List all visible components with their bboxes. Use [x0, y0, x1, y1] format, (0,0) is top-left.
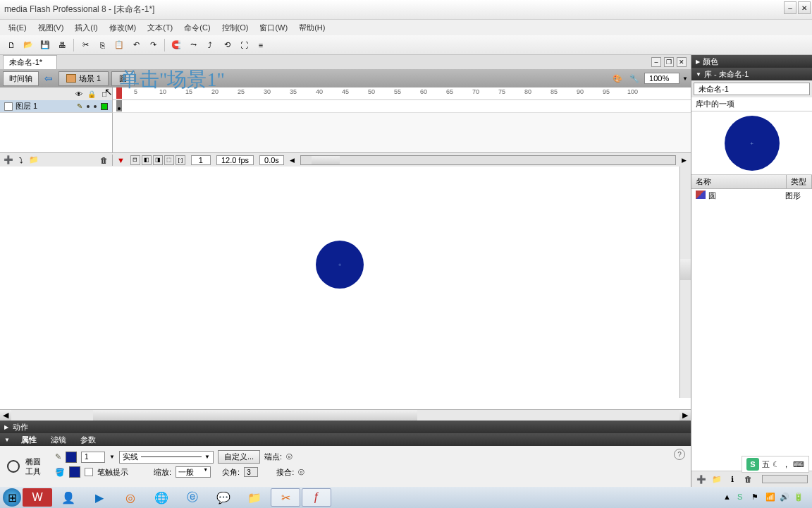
smooth-icon[interactable]: ⤳	[185, 37, 201, 53]
lock-dot[interactable]	[94, 105, 97, 108]
tab-filters[interactable]: 滤镜	[48, 435, 69, 445]
tray-battery-icon[interactable]: 🔋	[794, 492, 804, 502]
copy-icon[interactable]: ⎘	[94, 37, 110, 53]
add-folder-icon[interactable]: 📁	[28, 155, 39, 166]
outline-color-icon[interactable]	[101, 103, 108, 110]
stroke-width-dropdown-icon[interactable]: ▼	[109, 454, 115, 460]
new-icon[interactable]: 🗋	[4, 37, 19, 53]
scene-button[interactable]: 场景 1	[59, 71, 109, 86]
scroll-left-button[interactable]: ◀	[0, 410, 11, 421]
doc-restore-icon[interactable]: ❐	[664, 57, 674, 67]
help-icon[interactable]: ?	[674, 449, 685, 460]
miter-field[interactable]	[244, 467, 258, 477]
stage[interactable]: +	[0, 167, 691, 409]
straighten-icon[interactable]: ⤴	[202, 37, 218, 53]
task-user[interactable]: 👤	[54, 488, 83, 507]
scale-select[interactable]: 一般 ▼	[176, 466, 211, 478]
doc-tab[interactable]: 未命名-1*	[3, 55, 57, 69]
stroke-hint-checkbox[interactable]	[85, 468, 93, 476]
cap-select[interactable]: ⦾	[286, 452, 293, 461]
doc-close-icon[interactable]: ✕	[677, 57, 687, 67]
rotate-icon[interactable]: ⟲	[219, 37, 235, 53]
stroke-color-button[interactable]	[66, 452, 77, 463]
timeline-scrollbar[interactable]	[300, 155, 676, 165]
scroll-right-button[interactable]: ▶	[679, 410, 691, 421]
task-wps[interactable]: W	[23, 488, 52, 507]
menu-edit[interactable]: 辑(E)	[3, 21, 32, 35]
menu-view[interactable]: 视图(V)	[32, 21, 70, 35]
onion-skin-icon[interactable]: ◧	[142, 155, 152, 165]
edit-scene-icon[interactable]: 🎨	[610, 71, 625, 85]
horizontal-scrollbar[interactable]: ◀ ▶	[0, 409, 691, 421]
join-select[interactable]: ⦾	[298, 468, 304, 477]
scroll-left-icon[interactable]: ◀	[290, 157, 295, 164]
tray-network-icon[interactable]: 📶	[765, 492, 775, 502]
task-wechat[interactable]: 💬	[209, 488, 238, 507]
close-button[interactable]: ✕	[798, 1, 811, 14]
redo-icon[interactable]: ↷	[145, 37, 161, 53]
onion-outline-icon[interactable]: ◨	[153, 155, 163, 165]
library-panel-header[interactable]: ▼ 库 - 未命名-1	[691, 68, 812, 80]
system-tray[interactable]: ▲ S ⚑ 📶 🔊 🔋	[718, 492, 809, 502]
outline-icon[interactable]: □	[99, 89, 109, 99]
menu-insert[interactable]: 插入(I)	[69, 21, 103, 35]
menu-help[interactable]: 帮助(H)	[293, 21, 331, 35]
col-name[interactable]: 名称	[691, 175, 787, 188]
scroll-right-icon[interactable]: ▶	[682, 157, 687, 164]
menu-window[interactable]: 窗口(W)	[254, 21, 293, 35]
stage-oval-shape[interactable]: +	[316, 241, 364, 289]
tab-properties[interactable]: 属性	[18, 435, 39, 445]
menu-text[interactable]: 文本(T)	[142, 21, 178, 35]
task-player[interactable]: ▶	[85, 488, 114, 507]
fill-color-button[interactable]	[69, 466, 80, 478]
tray-flag-icon[interactable]: ⚑	[751, 492, 761, 502]
open-icon[interactable]: 📂	[20, 37, 36, 53]
actions-panel-header[interactable]: ▶ 动作	[0, 421, 691, 433]
library-scrollbar[interactable]	[762, 475, 808, 483]
col-type[interactable]: 类型	[787, 175, 812, 188]
eye-icon[interactable]: 👁	[74, 89, 84, 99]
frame-strip[interactable]	[113, 100, 691, 113]
tray-sogou-icon[interactable]: S	[737, 492, 747, 502]
scale-icon[interactable]: ⛶	[236, 37, 252, 53]
task-chrome[interactable]: 🌐	[147, 488, 176, 507]
new-symbol-icon[interactable]: ➕	[696, 473, 707, 485]
tray-up-icon[interactable]: ▲	[723, 492, 733, 502]
task-browser1[interactable]: ◎	[116, 488, 145, 507]
tab-params[interactable]: 参数	[78, 435, 99, 445]
minimize-button[interactable]: –	[784, 1, 796, 14]
print-icon[interactable]: 🖶	[54, 37, 70, 53]
center-frame-icon[interactable]: ⊡	[130, 155, 140, 165]
new-folder-icon[interactable]: 📁	[711, 473, 722, 485]
trash-icon[interactable]: 🗑	[98, 155, 109, 166]
task-explorer[interactable]: 📁	[240, 488, 269, 507]
add-guide-icon[interactable]: ⤵	[16, 155, 27, 166]
properties-icon[interactable]: ℹ	[727, 473, 738, 485]
visibility-dot[interactable]	[87, 105, 90, 108]
doc-minimize-icon[interactable]: –	[651, 57, 661, 67]
task-recorder[interactable]: ✂	[271, 488, 300, 507]
edit-symbol-icon[interactable]: 🔧	[627, 71, 641, 85]
edit-multi-icon[interactable]: ⬚	[164, 155, 174, 165]
color-panel-header[interactable]: ▶ 颜色	[691, 55, 812, 68]
collapse-arrow-icon[interactable]: ▼	[4, 437, 10, 443]
undo-icon[interactable]: ↶	[128, 37, 144, 53]
library-item[interactable]: 圆 图形	[691, 189, 812, 202]
library-doc-select[interactable]: 未命名-1	[694, 83, 810, 95]
delete-icon[interactable]: 🗑	[742, 473, 753, 485]
task-flash[interactable]: ƒ	[302, 488, 331, 507]
custom-stroke-button[interactable]: 自定义...	[218, 450, 260, 464]
zoom-dropdown-icon[interactable]: ▼	[682, 75, 688, 82]
menu-commands[interactable]: 命令(C)	[178, 21, 216, 35]
add-layer-icon[interactable]: ➕	[3, 155, 14, 166]
stroke-width-field[interactable]	[81, 452, 105, 463]
layer-row[interactable]: 图层 1 ✎	[0, 100, 691, 113]
ime-bar[interactable]: S 五 ☾ ， ⌨	[742, 456, 809, 473]
task-ie[interactable]: ⓔ	[178, 488, 207, 507]
timeline-toggle-button[interactable]: 时间轴	[3, 71, 39, 86]
align-icon[interactable]: ≡	[253, 37, 269, 53]
save-icon[interactable]: 💾	[37, 37, 53, 53]
snap-icon[interactable]: 🧲	[168, 37, 184, 53]
stroke-style-select[interactable]: 实线 ▼	[119, 451, 214, 464]
onion-markers-icon[interactable]: [·]	[176, 155, 185, 165]
